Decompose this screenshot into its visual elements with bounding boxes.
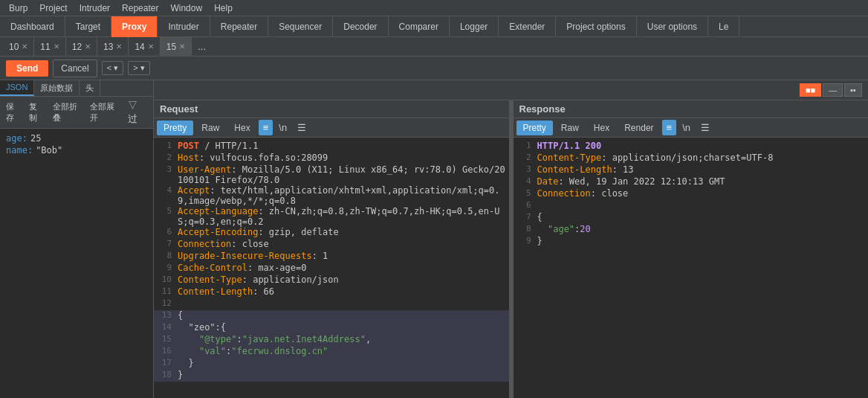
line-number: 18 [157,370,172,382]
line-number: 2 [157,153,172,164]
line-content: "age":20 [537,224,866,236]
tab-le[interactable]: Le [708,16,739,37]
request-line: 12 [154,298,509,310]
request-icon-nl[interactable]: \n [274,120,291,135]
line-number: 3 [157,164,172,185]
request-line: 3User-Agent: Mozilla/5.0 (X11; Linux x86… [154,164,509,185]
response-tab-hex[interactable]: Hex [587,121,616,135]
menu-intruder[interactable]: Intruder [74,1,116,15]
close-tab-11-icon[interactable]: ✕ [54,42,59,51]
sub-tab-13[interactable]: 13 ✕ [97,37,129,57]
line-content: } [178,370,506,382]
sub-tab-12[interactable]: 12 ✕ [66,37,97,57]
tab-repeater[interactable]: Repeater [210,16,268,37]
request-tab-raw[interactable]: Raw [195,121,226,135]
tab-logger[interactable]: Logger [450,16,499,37]
sub-tab-14[interactable]: 14 ✕ [129,37,160,57]
request-line: 13{ [154,310,509,322]
response-content[interactable]: 1HTTP/1.1 2002Content-Type: application/… [514,138,869,398]
line-content: { [178,310,506,322]
expand-all-action[interactable]: 全部展开 [87,100,122,124]
sub-tab-15[interactable]: 15 ✕ [161,37,192,57]
copy-action[interactable]: 复制 [26,100,46,124]
nav-back-button[interactable]: < ▾ [102,61,123,75]
tab-dashboard[interactable]: Dashboard [0,16,65,37]
tab-sequencer[interactable]: Sequencer [268,16,333,37]
close-tab-12-icon[interactable]: ✕ [85,42,91,51]
request-line: 14 "zeo":{ [154,322,509,334]
panels-row: Request Pretty Raw Hex ≡ \n ☰ 1POST / HT… [154,100,868,398]
close-tab-15-icon[interactable]: ✕ [179,42,185,51]
tab-extender[interactable]: Extender [499,16,556,37]
request-tab-hex[interactable]: Hex [227,121,256,135]
response-icon-menu[interactable]: ☰ [696,120,714,135]
filter-icon[interactable]: ▽ 过 [125,98,150,126]
menu-help[interactable]: Help [208,1,239,15]
response-line: 4Date: Wed, 19 Jan 2022 12:10:13 GMT [514,176,869,188]
view-split-vertical-button[interactable]: ■■ [800,83,821,97]
tab-decoder[interactable]: Decoder [333,16,388,37]
line-number: 5 [157,206,172,227]
menu-window[interactable]: Window [164,1,208,15]
tab-user-options[interactable]: User options [637,16,708,37]
sub-tab-10[interactable]: 10 ✕ [3,37,34,57]
request-line: 17 } [154,358,509,370]
line-content: Cache-Control: max-age=0 [178,263,506,275]
line-content: } [178,358,506,370]
action-bar: Send Cancel < ▾ > ▾ [0,57,868,80]
json-name-val: "Bob" [36,145,62,155]
json-age-row: age: 25 [6,133,147,144]
tab-project-options[interactable]: Project options [556,16,636,37]
response-icon-nl[interactable]: \n [678,120,695,135]
collapse-all-action[interactable]: 全部折叠 [50,100,85,124]
menu-burp[interactable]: Burp [3,1,33,15]
save-action[interactable]: 保存 [3,100,23,124]
line-content: Accept-Encoding: gzip, deflate [178,227,506,239]
line-number: 15 [157,334,172,346]
request-line: 2Host: vulfocus.fofa.so:28099 [154,153,509,164]
view-single-button[interactable]: ▪▪ [844,83,862,97]
close-tab-14-icon[interactable]: ✕ [148,42,154,51]
headers-tab[interactable]: 头 [80,80,100,96]
line-content: Accept-Language: zh-CN,zh;q=0.8,zh-TW;q=… [178,206,506,227]
send-button[interactable]: Send [6,60,48,77]
sub-tab-more[interactable]: ... [192,39,212,54]
line-number: 3 [516,164,531,176]
request-tabs: Pretty Raw Hex ≡ \n ☰ [154,118,509,138]
line-number: 4 [516,176,531,188]
request-panel: Request Pretty Raw Hex ≡ \n ☰ 1POST / HT… [154,100,510,398]
request-icon-menu[interactable]: ☰ [293,120,311,135]
line-number: 7 [516,212,531,224]
tab-proxy[interactable]: Proxy [111,16,158,37]
close-tab-13-icon[interactable]: ✕ [116,42,122,51]
close-tab-10-icon[interactable]: ✕ [22,42,27,51]
json-tab[interactable]: JSON [0,80,34,96]
response-tab-raw[interactable]: Raw [554,121,586,135]
response-tab-pretty[interactable]: Pretty [516,121,553,135]
tab-comparer[interactable]: Comparer [389,16,450,37]
left-panel: JSON 原始数据 头 保存 复制 全部折叠 全部展开 ▽ 过 age: 25 … [0,80,154,398]
tab-intruder[interactable]: Intruder [158,16,210,37]
sub-tab-11[interactable]: 11 ✕ [34,37,65,57]
cancel-button[interactable]: Cancel [53,60,97,77]
request-tab-pretty[interactable]: Pretty [157,121,193,135]
response-tab-render[interactable]: Render [618,121,660,135]
response-icon-eq[interactable]: ≡ [662,120,677,135]
menu-repeater[interactable]: Repeater [116,1,164,15]
request-line: 11Content-Length: 66 [154,286,509,298]
line-number: 4 [157,185,172,206]
request-icon-eq[interactable]: ≡ [259,120,273,135]
tab-target[interactable]: Target [65,16,111,37]
raw-data-tab[interactable]: 原始数据 [34,80,80,96]
line-content: "val":"fecrwu.dnslog.cn" [178,346,506,358]
response-line: 3Content-Length: 13 [514,164,869,176]
line-content: Accept: text/html,application/xhtml+xml,… [178,185,506,206]
view-split-horizontal-button[interactable]: — [823,83,843,97]
menu-project[interactable]: Project [33,1,73,15]
nav-forward-button[interactable]: > ▾ [128,61,149,75]
main-tab-bar: Dashboard Target Proxy Intruder Repeater… [0,16,868,37]
request-content[interactable]: 1POST / HTTP/1.12Host: vulfocus.fofa.so:… [154,138,509,398]
line-number: 6 [157,227,172,239]
request-line: 8Upgrade-Insecure-Requests: 1 [154,251,509,263]
line-number: 6 [516,200,531,212]
